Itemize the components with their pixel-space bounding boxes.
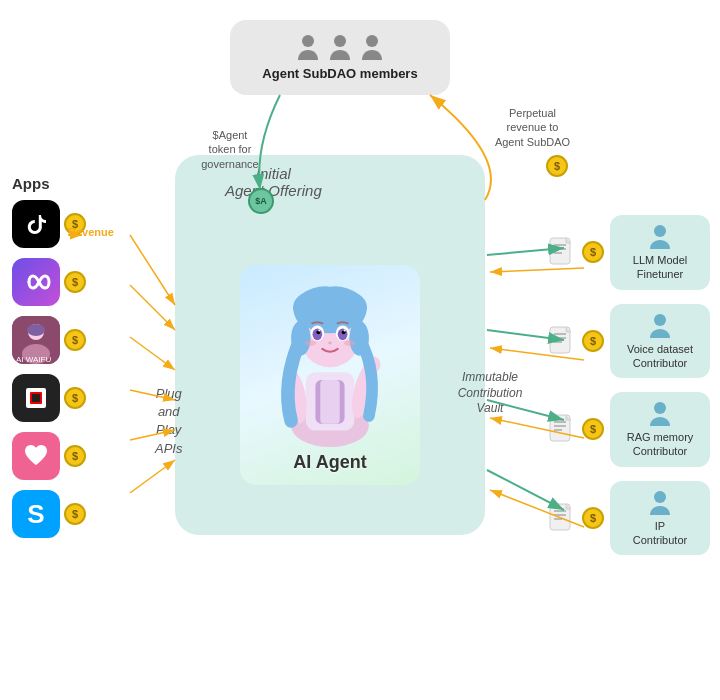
svg-point-1 [334,35,346,47]
contributor-person-llm [622,223,698,251]
subdao-label: Agent SubDAO members [250,66,430,81]
tiktok-icon [12,200,60,248]
dollar-coin-heart: $ [64,445,86,467]
dollar-coin-waifu: $ [64,329,86,351]
perpetual-label: Perpetual revenue to Agent SubDAO [480,106,585,149]
dollar-coin-infinity: $ [64,271,86,293]
list-item: $ [12,432,86,480]
list-item: $ RAG memory Contributor [548,392,710,467]
agent-figure [265,275,395,450]
person-icon-2 [328,34,352,62]
doc-icon-rag [548,413,576,445]
contributor-box-voice: Voice dataset Contributor [610,304,710,379]
dollar-coin-rag: $ [582,418,604,440]
apps-title: Apps [12,175,86,192]
contributor-label-voice: Voice dataset Contributor [622,342,698,371]
iao-label: Initial Agent Offering [225,165,322,199]
stripe-icon: S [12,490,60,538]
contributor-box-llm: LLM Model Finetuner [610,215,710,290]
revenue-label: Revenue [68,225,114,239]
svg-point-21 [344,329,346,331]
svg-rect-32 [32,394,40,402]
dollar-coin-stripe: $ [64,503,86,525]
svg-point-22 [328,342,332,345]
token-coin: $A [248,188,274,214]
ai-agent-card: AI Agent [240,265,420,485]
contributors-section: $ LLM Model Finetuner $ [548,215,710,555]
svg-point-24 [344,340,356,346]
contributor-label-ip: IP Contributor [622,519,698,548]
dollar-coin-roblox: $ [64,387,86,409]
list-item: $ Voice dataset Contributor [548,304,710,379]
svg-text:AI WAIFU: AI WAIFU [16,355,51,364]
list-item: $ [12,258,86,306]
contributor-person-voice [622,312,698,340]
svg-line-58 [130,285,175,330]
svg-point-17 [338,328,348,340]
vault-label: Immutable Contribution Vault [445,370,535,417]
list-item: $ IP Contributor [548,481,710,556]
ai-agent-label: AI Agent [293,452,366,473]
roblox-icon [12,374,60,422]
svg-point-37 [654,225,666,237]
svg-point-47 [654,402,666,414]
contributor-label-llm: LLM Model Finetuner [622,253,698,282]
list-item: $ LLM Model Finetuner [548,215,710,290]
person-icon-1 [296,34,320,62]
diagram-container: Agent SubDAO members Initial Agent Offer… [0,0,720,700]
svg-point-42 [654,314,666,326]
plug-label: Plug and Play APIs [155,385,182,458]
svg-rect-6 [320,380,339,424]
person-icon-3 [360,34,384,62]
svg-line-57 [130,235,175,305]
svg-line-62 [130,460,175,493]
list-item: $ [12,374,86,422]
heart-app-icon [12,432,60,480]
contributor-label-rag: RAG memory Contributor [622,430,698,459]
infinity-icon [12,258,60,306]
dollar-coin-voice: $ [582,330,604,352]
svg-point-16 [313,328,323,340]
contributor-box-rag: RAG memory Contributor [610,392,710,467]
svg-point-52 [654,491,666,503]
contributor-person-ip [622,489,698,517]
svg-point-23 [305,340,317,346]
dollar-coin-llm: $ [582,241,604,263]
svg-line-59 [130,337,175,370]
doc-icon-llm [548,236,576,268]
svg-point-20 [318,329,320,331]
list-item: AI WAIFU $ [12,316,86,364]
subdao-box: Agent SubDAO members [230,20,450,95]
doc-icon-voice [548,325,576,357]
waifu-icon: AI WAIFU [12,316,60,364]
svg-point-2 [366,35,378,47]
doc-icon-ip [548,502,576,534]
list-item: S $ [12,490,86,538]
contributor-person-rag [622,400,698,428]
subdao-icons [250,34,430,62]
svg-point-0 [302,35,314,47]
list-item: $ [12,200,86,248]
perpetual-coin: $ [546,155,568,177]
svg-point-28 [27,324,45,336]
dollar-coin-ip: $ [582,507,604,529]
contributor-box-ip: IP Contributor [610,481,710,556]
